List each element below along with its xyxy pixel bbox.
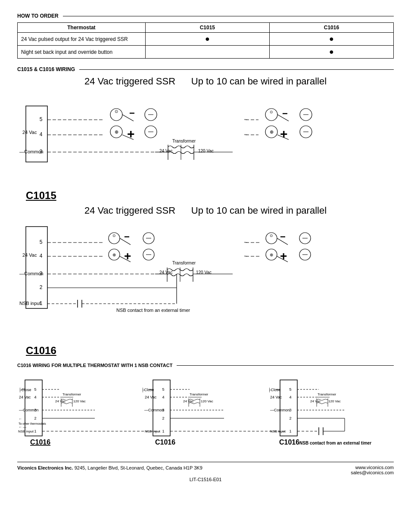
col-c1015: C1015 [145,23,269,33]
svg-text:24 Vac: 24 Vac [270,395,282,399]
row2-c1016: ● [269,46,393,59]
svg-text:120 Vac: 120 Vac [328,399,341,403]
svg-text:5: 5 [40,116,43,122]
svg-text:←: ← [243,239,249,245]
multi-label: C1016 WIRING FOR MULTIPLE THERMOSTAT WIT… [17,363,172,368]
multi-wiring-diagram: 5 ├Close 24 Vac 4 Transformer 24 Vac 120… [17,371,392,457]
multi-header: C1016 WIRING FOR MULTIPLE THERMOSTAT WIT… [17,363,394,368]
svg-text:5: 5 [40,239,43,245]
svg-text:5: 5 [162,387,164,392]
svg-text:⊕: ⊕ [270,129,274,134]
c1015-title2: Up to 10 can be wired in parallel [191,76,327,87]
svg-text:⊙: ⊙ [112,233,116,238]
svg-text:4: 4 [289,395,291,399]
table-row: 24 Vac pulsed output for 24 Vac triggere… [18,33,394,46]
svg-text:4: 4 [162,395,164,399]
svg-text:1: 1 [162,429,164,433]
svg-text:3: 3 [162,408,164,412]
svg-text:+: + [124,249,131,263]
wiring-header: C1015 & C1016 WIRING [17,66,394,72]
svg-text:← —: ← — [19,425,26,429]
svg-text:C1016: C1016 [279,439,299,446]
svg-text:24 Vac: 24 Vac [183,399,193,403]
svg-text:120 Vac: 120 Vac [201,399,213,403]
svg-text:24 Vac: 24 Vac [22,252,37,258]
svg-text:Transformer: Transformer [172,261,196,265]
svg-text:←: ← [243,131,249,137]
svg-text:2: 2 [289,416,291,420]
footer-right: www.viconics.com sales@viconics.com [351,465,394,475]
svg-text:⊙: ⊙ [115,109,118,114]
svg-text:—Common: —Common [270,408,290,412]
svg-text:2: 2 [40,284,43,290]
header-line [63,16,394,16]
footer: Viconics Electronics Inc. 9245, Langelie… [17,462,394,475]
svg-text:2: 2 [162,416,164,420]
svg-text:—Common: —Common [144,408,164,412]
c1016-wiring-diagram: 5 24 Vac 4 —Common 3 2 NSB input 1 ⊙ − ⊕… [17,218,392,343]
svg-text:NSB input: NSB input [145,429,161,433]
svg-text:├Close: ├Close [141,387,154,392]
row2-label: Night set back input and override button [18,46,146,59]
row1-c1015: ● [145,33,269,46]
c1016-model-label: C1016 [26,345,394,357]
wiring-line [79,69,394,70]
svg-text:C1016: C1016 [155,439,175,446]
svg-text:NSB contact from an external t: NSB contact from an external timer [299,441,371,445]
website: www.viconics.com [351,465,394,470]
svg-text:⊙: ⊙ [270,233,273,238]
svg-text:24 Vac: 24 Vac [19,395,31,399]
svg-text:To other thermostats: To other thermostats [19,422,46,425]
footer-left: Viconics Electronics Inc. 9245, Langelie… [17,465,202,471]
svg-text:3: 3 [40,271,43,277]
row1-c1016: ● [269,33,393,46]
c1016-title1: 24 Vac triggered SSR [84,205,175,216]
svg-text:Transformer: Transformer [190,392,209,396]
svg-text:5: 5 [289,387,291,392]
svg-text:3: 3 [40,149,43,155]
c1015-diagram-title: 24 Vac triggered SSR Up to 10 can be wir… [17,76,394,87]
svg-text:←: ← [243,253,249,259]
svg-rect-45 [26,227,47,308]
svg-text:Transformer: Transformer [172,139,196,143]
svg-text:−: − [282,108,288,119]
c1016-diagram-title: 24 Vac triggered SSR Up to 10 can be wir… [17,205,394,216]
svg-text:2: 2 [34,416,36,420]
svg-text:24 Vac: 24 Vac [159,149,172,153]
svg-text:Transformer: Transformer [62,392,81,396]
svg-text:NSB input: NSB input [19,301,41,306]
svg-text:24 Vac: 24 Vac [22,130,37,135]
svg-text:⊕: ⊕ [270,252,273,257]
svg-text:5: 5 [34,387,36,392]
wiring-label: C1015 & C1016 WIRING [17,66,75,72]
svg-text:3: 3 [34,408,36,412]
svg-text:4: 4 [40,253,43,259]
c1016-title2: Up to 10 can be wired in parallel [191,205,327,216]
email: sales@viconics.com [351,470,394,475]
svg-text:24 Vac: 24 Vac [145,395,157,399]
svg-text:24 Vac: 24 Vac [55,399,65,403]
address-text: 9245, Langelier Blvd, St-Leonard, Quebec… [75,465,202,470]
svg-text:⊕: ⊕ [112,252,116,257]
row2-c1015 [145,46,269,59]
col-thermostat: Thermostat [18,23,146,33]
svg-text:1: 1 [289,429,291,433]
c1015-title1: 24 Vac triggered SSR [84,76,175,87]
svg-text:4: 4 [40,131,43,137]
svg-text:120 Vac: 120 Vac [73,399,86,403]
svg-text:4: 4 [34,395,36,399]
svg-text:C1016: C1016 [30,439,50,446]
svg-text:←: ← [243,116,249,122]
svg-text:120 Vac: 120 Vac [198,149,214,153]
svg-text:+: + [127,127,135,141]
lit-code: LIT-C1516-E01 [17,477,394,482]
svg-text:1: 1 [34,429,36,433]
multi-line [177,365,394,366]
svg-text:−: − [124,231,130,242]
svg-text:3: 3 [289,408,291,412]
svg-text:├Close: ├Close [268,387,280,392]
row1-label: 24 Vac pulsed output for 24 Vac triggere… [18,33,146,46]
company-name: Viconics Electronics Inc. [17,465,73,470]
svg-text:⊕: ⊕ [115,129,118,134]
svg-text:NSB input: NSB input [18,429,34,433]
